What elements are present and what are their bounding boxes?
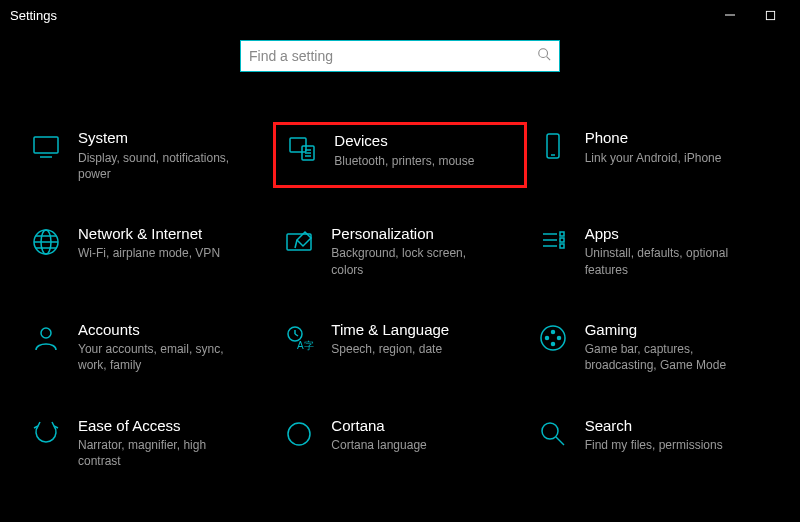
tile-subtitle: Background, lock screen, colors xyxy=(331,245,501,277)
tile-search[interactable]: SearchFind my files, permissions xyxy=(527,410,780,476)
tile-subtitle: Your accounts, email, sync, work, family xyxy=(78,341,248,373)
tile-title: Gaming xyxy=(585,320,755,340)
time-icon: A字 xyxy=(281,320,317,356)
tile-subtitle: Find my files, permissions xyxy=(585,437,723,453)
tile-subtitle: Narrator, magnifier, high contrast xyxy=(78,437,248,469)
tile-phone[interactable]: PhoneLink your Android, iPhone xyxy=(527,122,780,188)
svg-point-36 xyxy=(288,423,310,445)
cortana-icon xyxy=(281,416,317,452)
svg-point-26 xyxy=(41,328,51,338)
maximize-button[interactable] xyxy=(750,0,790,30)
svg-line-3 xyxy=(547,57,551,61)
tile-title: Ease of Access xyxy=(78,416,248,436)
tile-title: Apps xyxy=(585,224,755,244)
tile-personalization[interactable]: PersonalizationBackground, lock screen, … xyxy=(273,218,526,284)
tile-subtitle: Display, sound, notifications, power xyxy=(78,150,248,182)
tile-subtitle: Speech, region, date xyxy=(331,341,449,357)
network-icon xyxy=(28,224,64,260)
phone-icon xyxy=(535,128,571,164)
tile-title: Personalization xyxy=(331,224,501,244)
tile-title: System xyxy=(78,128,248,148)
tile-title: Search xyxy=(585,416,723,436)
search-icon xyxy=(537,47,551,65)
devices-icon xyxy=(284,131,320,167)
apps-icon xyxy=(535,224,571,260)
svg-point-32 xyxy=(551,330,554,333)
tile-subtitle: Link your Android, iPhone xyxy=(585,150,722,166)
svg-point-37 xyxy=(542,423,558,439)
tile-title: Network & Internet xyxy=(78,224,220,244)
tile-subtitle: Wi-Fi, airplane mode, VPN xyxy=(78,245,220,261)
tile-system[interactable]: SystemDisplay, sound, notifications, pow… xyxy=(20,122,273,188)
svg-line-19 xyxy=(295,240,297,248)
svg-point-2 xyxy=(539,49,548,58)
search-icon xyxy=(535,416,571,452)
svg-rect-24 xyxy=(560,238,564,242)
tile-subtitle: Game bar, captures, broadcasting, Game M… xyxy=(585,341,755,373)
gaming-icon xyxy=(535,320,571,356)
tile-title: Devices xyxy=(334,131,474,151)
minimize-button[interactable] xyxy=(710,0,750,30)
svg-line-29 xyxy=(295,334,298,336)
ease-icon xyxy=(28,416,64,452)
svg-point-35 xyxy=(557,336,560,339)
tile-time[interactable]: A字Time & LanguageSpeech, region, date xyxy=(273,314,526,380)
svg-rect-23 xyxy=(560,232,564,236)
svg-point-33 xyxy=(551,342,554,345)
svg-rect-4 xyxy=(34,137,58,153)
tile-network[interactable]: Network & InternetWi-Fi, airplane mode, … xyxy=(20,218,273,284)
tile-title: Phone xyxy=(585,128,722,148)
tile-subtitle: Uninstall, defaults, optional features xyxy=(585,245,755,277)
svg-text:A字: A字 xyxy=(297,340,314,351)
tile-subtitle: Bluetooth, printers, mouse xyxy=(334,153,474,169)
search-input[interactable] xyxy=(249,48,537,64)
tile-cortana[interactable]: CortanaCortana language xyxy=(273,410,526,476)
settings-grid: SystemDisplay, sound, notifications, pow… xyxy=(0,72,800,476)
tile-ease[interactable]: Ease of AccessNarrator, magnifier, high … xyxy=(20,410,273,476)
accounts-icon xyxy=(28,320,64,356)
tile-accounts[interactable]: AccountsYour accounts, email, sync, work… xyxy=(20,314,273,380)
search-box[interactable] xyxy=(240,40,560,72)
tile-title: Time & Language xyxy=(331,320,449,340)
svg-rect-1 xyxy=(766,11,774,19)
personalization-icon xyxy=(281,224,317,260)
system-icon xyxy=(28,128,64,164)
tile-title: Cortana xyxy=(331,416,426,436)
tile-gaming[interactable]: GamingGame bar, captures, broadcasting, … xyxy=(527,314,780,380)
titlebar: Settings xyxy=(0,0,800,30)
svg-line-38 xyxy=(556,437,564,445)
tile-apps[interactable]: AppsUninstall, defaults, optional featur… xyxy=(527,218,780,284)
tile-devices[interactable]: DevicesBluetooth, printers, mouse xyxy=(273,122,526,188)
svg-point-31 xyxy=(541,326,565,350)
tile-subtitle: Cortana language xyxy=(331,437,426,453)
tile-title: Accounts xyxy=(78,320,248,340)
svg-rect-25 xyxy=(560,244,564,248)
window-title: Settings xyxy=(10,8,57,23)
svg-point-34 xyxy=(545,336,548,339)
svg-rect-6 xyxy=(290,138,306,152)
